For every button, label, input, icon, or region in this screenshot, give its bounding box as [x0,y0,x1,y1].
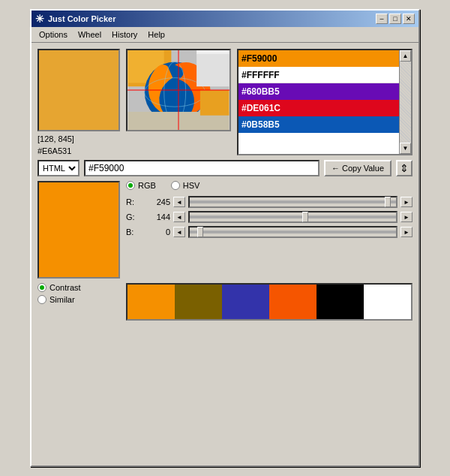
b-value: 0 [152,227,170,236]
color-list-item-4[interactable]: #0B58B5 [238,116,399,133]
app-icon: ✳ [35,13,44,25]
magnifier [126,49,231,131]
scroll-down-button[interactable]: ▼ [400,143,411,154]
contrast-radio-group[interactable]: Contrast [38,283,120,292]
controls-panel: RGB HSV R: 245 ◄ [126,181,412,279]
menu-bar: Options Wheel History Help [32,27,418,43]
title-buttons: – □ ✕ [376,14,415,24]
g-slider-thumb[interactable] [302,212,308,222]
color-list-scrollbar: ▲ ▼ [399,50,411,154]
rgb-label: RGB [138,181,156,190]
minimize-button[interactable]: – [376,14,388,24]
menu-help[interactable]: Help [143,29,170,41]
format-bar: HTML HEX RGB HSV ← Copy Value ⇕ [38,160,412,176]
rgb-radio-button[interactable] [126,181,135,190]
swatch-4[interactable] [316,285,364,319]
swatch-row [126,283,412,321]
contrast-label: Contrast [50,283,81,292]
contrast-radio-button[interactable] [38,283,46,292]
content-area: [128, 845] #E6A531 [32,43,418,327]
magnifier-content [128,50,230,130]
expand-button[interactable]: ⇕ [396,160,412,176]
color-list-items: #F59000 #FFFFFF #680BB5 #DE061C #0B58B5 [238,50,399,154]
color-preview-area: [128, 845] #E6A531 [38,49,120,155]
g-slider-left-arrow[interactable]: ◄ [173,212,185,222]
g-slider-row: G: 144 ◄ ► [126,211,412,223]
swatch-3[interactable] [269,285,316,319]
hsv-radio-button[interactable] [171,181,180,190]
color-hex-display: #E6A531 [38,146,120,155]
window-title: Just Color Picker [48,14,116,23]
similar-label: Similar [50,295,75,304]
hex-input[interactable] [84,160,320,176]
menu-wheel[interactable]: Wheel [74,29,106,41]
hsv-radio-group[interactable]: HSV [171,181,200,190]
svg-rect-6 [196,50,229,86]
color-list-area: #F59000 #FFFFFF #680BB5 #DE061C #0B58B5 … [237,49,412,155]
rgb-radio-group[interactable]: RGB [126,181,156,190]
swatch-5[interactable] [364,285,411,319]
g-slider-track[interactable] [188,211,398,223]
swatch-0[interactable] [128,285,175,319]
b-slider-left-arrow[interactable]: ◄ [173,227,185,237]
r-slider-left-arrow[interactable]: ◄ [173,197,185,207]
crosshair-vertical [178,50,179,130]
r-slider-right-arrow[interactable]: ► [400,197,412,207]
color-coords: [128, 845] [38,134,120,143]
color-preview [38,49,120,131]
menu-history[interactable]: History [107,29,142,41]
format-dropdown[interactable]: HTML HEX RGB HSV [38,160,80,176]
b-label: B: [126,227,148,236]
color-list-item-0[interactable]: #F59000 [238,50,399,67]
format-select-area: HTML HEX RGB HSV [38,160,80,176]
similar-radio-button[interactable] [38,295,46,304]
b-slider-thumb[interactable] [197,227,203,237]
b-slider-row: B: 0 ◄ ► [126,226,412,238]
title-bar: ✳ Just Color Picker – □ ✕ [32,11,418,27]
maximize-button[interactable]: □ [389,14,401,24]
swatch-2[interactable] [222,285,269,319]
color-list-item-3[interactable]: #DE061C [238,100,399,116]
bottom-section: Contrast Similar [38,283,412,321]
title-bar-left: ✳ Just Color Picker [35,13,116,25]
mode-radio-row: RGB HSV [126,181,412,190]
r-slider-track[interactable] [188,196,398,208]
r-slider-thumb[interactable] [385,197,391,207]
scroll-up-button[interactable]: ▲ [400,50,411,62]
b-slider-track[interactable] [188,226,398,238]
r-slider-row: R: 245 ◄ ► [126,196,412,208]
copy-value-button[interactable]: ← Copy Value [324,160,392,176]
large-color-preview [38,181,120,279]
color-list-item-2[interactable]: #680BB5 [238,83,399,100]
menu-options[interactable]: Options [34,29,72,41]
g-label: G: [126,212,148,221]
main-window: ✳ Just Color Picker – □ ✕ Options Wheel … [30,9,420,467]
close-button[interactable]: ✕ [403,14,415,24]
r-value: 245 [152,197,170,206]
color-list-item-1[interactable]: #FFFFFF [238,67,399,83]
g-value: 144 [152,212,170,221]
rgb-section: RGB HSV R: 245 ◄ [38,181,412,279]
r-label: R: [126,197,148,206]
scroll-track [400,62,411,143]
swatch-1[interactable] [175,285,222,319]
contrast-section: Contrast Similar [38,283,120,321]
svg-rect-7 [196,50,229,54]
b-slider-right-arrow[interactable]: ► [400,227,412,237]
similar-radio-group[interactable]: Similar [38,295,120,304]
g-slider-right-arrow[interactable]: ► [400,212,412,222]
hsv-label: HSV [183,181,200,190]
top-section: [128, 845] #E6A531 [38,49,412,155]
svg-rect-9 [200,90,230,116]
color-list: #F59000 #FFFFFF #680BB5 #DE061C #0B58B5 … [237,49,412,155]
